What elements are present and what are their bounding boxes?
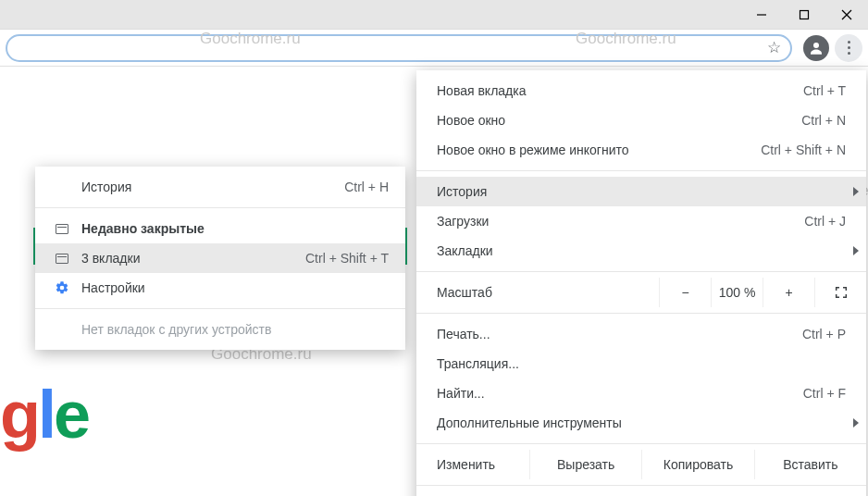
menu-incognito-label: Новое окно в режиме инкогнито	[437, 143, 761, 157]
submenu-restore-label: 3 вкладки	[81, 251, 305, 266]
separator	[416, 313, 866, 314]
window-minimize-button[interactable]	[740, 0, 783, 30]
menu-edit-row: Изменить Вырезать Копировать Вставить	[416, 450, 866, 479]
zoom-in-button[interactable]: +	[763, 278, 814, 307]
submenu-restore-shortcut: Ctrl + Shift + T	[305, 251, 389, 266]
submenu-history-shortcut: Ctrl + H	[344, 180, 389, 194]
main-menu: Новая вкладка Ctrl + T Новое окно Ctrl +…	[416, 70, 866, 496]
edit-copy-button[interactable]: Копировать	[641, 450, 753, 479]
submenu-settings-label: Настройки	[81, 280, 389, 295]
bookmark-star-icon[interactable]: ☆	[767, 38, 781, 57]
separator	[416, 443, 866, 444]
history-submenu: История Ctrl + H Недавно закрытые 3 вкла…	[35, 167, 405, 350]
submenu-history-label: История	[81, 180, 344, 194]
window-maximize-button[interactable]	[783, 0, 825, 30]
menu-find-shortcut: Ctrl + F	[803, 386, 846, 401]
main-menu-button[interactable]	[835, 34, 862, 62]
separator	[416, 170, 866, 171]
submenu-no-other-label: Нет вкладок с других устройств	[81, 322, 271, 337]
google-logo: gle	[0, 377, 88, 453]
menu-history-label: История	[437, 184, 846, 199]
gear-icon	[52, 280, 72, 295]
menu-new-tab[interactable]: Новая вкладка Ctrl + T	[416, 76, 866, 105]
menu-more-tools[interactable]: Дополнительные инструменты	[416, 408, 866, 438]
submenu-settings[interactable]: Настройки	[35, 273, 405, 303]
menu-print[interactable]: Печать... Ctrl + P	[416, 319, 866, 349]
menu-cast-label: Трансляция...	[437, 356, 846, 371]
submenu-restore-tabs[interactable]: 3 вкладки Ctrl + Shift + T	[35, 243, 405, 273]
submenu-arrow-icon	[853, 187, 859, 196]
menu-incognito[interactable]: Новое окно в режиме инкогнито Ctrl + Shi…	[416, 135, 866, 165]
edit-cut-button[interactable]: Вырезать	[529, 450, 641, 479]
window-close-button[interactable]	[825, 0, 868, 30]
separator	[416, 485, 866, 486]
menu-edit-label: Изменить	[437, 450, 529, 479]
menu-more-tools-label: Дополнительные инструменты	[437, 415, 846, 430]
menu-new-window[interactable]: Новое окно Ctrl + N	[416, 105, 866, 135]
submenu-arrow-icon	[853, 418, 859, 428]
menu-downloads[interactable]: Загрузки Ctrl + J	[416, 206, 866, 236]
separator	[416, 271, 866, 272]
menu-print-shortcut: Ctrl + P	[802, 327, 846, 341]
menu-print-label: Печать...	[437, 327, 802, 341]
menu-settings[interactable]: Настройки	[416, 491, 866, 496]
svg-point-4	[813, 43, 819, 48]
menu-find-label: Найти...	[437, 386, 803, 401]
submenu-no-other-devices: Нет вкладок с других устройств	[35, 315, 405, 344]
submenu-recent-header-label: Недавно закрытые	[81, 221, 389, 236]
menu-downloads-label: Загрузки	[437, 214, 804, 229]
edit-paste-button[interactable]: Вставить	[754, 450, 866, 479]
menu-zoom-label: Масштаб	[437, 285, 659, 300]
menu-incognito-shortcut: Ctrl + Shift + N	[761, 143, 846, 157]
menu-bookmarks[interactable]: Закладки	[416, 236, 866, 266]
tabs-icon	[52, 224, 72, 234]
submenu-recent-header: Недавно закрытые	[35, 214, 405, 243]
zoom-out-button[interactable]: −	[659, 278, 711, 307]
menu-zoom-row: Масштаб − 100 % +	[416, 278, 866, 307]
menu-bookmarks-label: Закладки	[437, 243, 846, 258]
zoom-value: 100 %	[711, 278, 763, 307]
menu-new-window-shortcut: Ctrl + N	[801, 113, 846, 128]
svg-rect-1	[800, 10, 809, 19]
menu-find[interactable]: Найти... Ctrl + F	[416, 378, 866, 408]
menu-history[interactable]: История	[416, 177, 866, 206]
menu-new-tab-label: Новая вкладка	[437, 83, 803, 98]
svg-line-3	[842, 10, 851, 19]
menu-cast[interactable]: Трансляция...	[416, 349, 866, 378]
submenu-arrow-icon	[853, 246, 859, 255]
submenu-history[interactable]: История Ctrl + H	[35, 172, 405, 202]
fullscreen-button[interactable]	[814, 278, 866, 307]
svg-line-2	[842, 10, 851, 19]
window-titlebar	[0, 0, 868, 30]
omnibox[interactable]: ☆	[6, 34, 792, 62]
menu-new-tab-shortcut: Ctrl + T	[803, 83, 846, 98]
separator	[35, 207, 405, 208]
tabs-icon	[52, 254, 72, 264]
separator	[35, 308, 405, 309]
profile-avatar-button[interactable]	[803, 35, 829, 61]
menu-new-window-label: Новое окно	[437, 113, 801, 128]
menu-downloads-shortcut: Ctrl + J	[804, 214, 846, 229]
browser-toolbar: ☆	[0, 30, 868, 67]
